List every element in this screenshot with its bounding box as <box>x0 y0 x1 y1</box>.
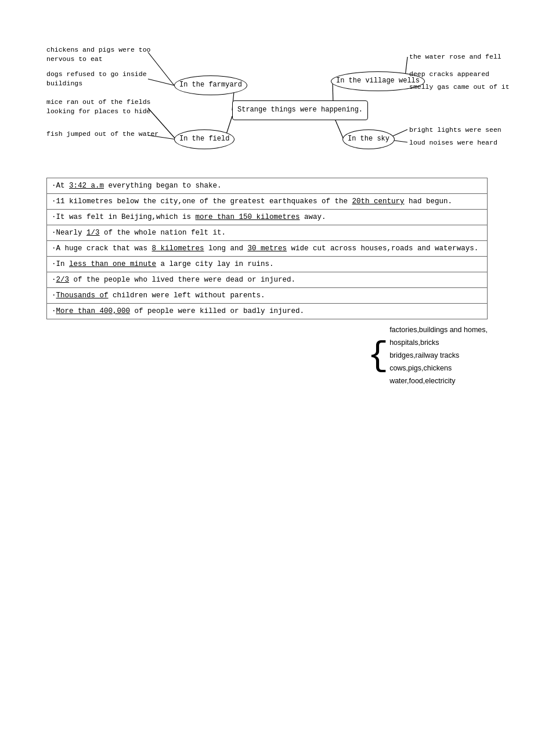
ruins-container: { factories,buildings and homes, hospita… <box>46 324 488 387</box>
node-center: Strange things were happening. <box>232 100 368 120</box>
node-farmyard: In the farmyard <box>174 75 247 95</box>
ruins-item-2: hospitals,bricks <box>389 337 488 350</box>
table-row-1: ·11 kilometres below the city,one of the… <box>47 194 488 210</box>
mm-right-sky-2: loud noises were heard <box>409 138 497 147</box>
left-brace: { <box>367 339 388 373</box>
table-row-2: ·It was felt in Beijing,which is more th… <box>47 210 488 225</box>
mm-left-text-2: dogs refused to go insidebuildings <box>46 70 147 88</box>
mm-left-text-3: mice ran out of the fieldslooking for pl… <box>46 98 150 116</box>
ruins-item-5: water,food,electricity <box>389 375 488 388</box>
table-row-5: ·In less than one minute a large city la… <box>47 257 488 272</box>
mm-left-text-4: fish jumped out of the water <box>46 129 158 139</box>
ruins-item-4: cows,pigs,chickens <box>389 362 488 375</box>
mm-right-sky-1: bright lights were seen <box>409 125 501 135</box>
mm-right-wells-3: smelly gas came out of it <box>409 82 510 92</box>
table-row-0: ·At 3:42 a.m everything began to shake. <box>47 178 488 194</box>
mm-left-text-1: chickens and pigs were toonervous to eat <box>46 45 150 64</box>
mm-right-wells-2: deep cracks appeared <box>409 70 489 79</box>
details-table: ·At 3:42 a.m everything began to shake.·… <box>46 178 488 319</box>
ruins-item-3: bridges,railway tracks <box>389 350 488 362</box>
mm-right-wells-1: the water rose and fell <box>409 52 501 62</box>
table-row-6: ·2/3 of the people who lived there were … <box>47 272 488 288</box>
node-field: In the field <box>174 129 234 149</box>
table-row-4: ·A huge crack that was 8 kilometres long… <box>47 241 488 257</box>
node-sky: In the sky <box>342 129 395 149</box>
ruins-item-1: factories,buildings and homes, <box>389 324 488 337</box>
ruins-list: factories,buildings and homes, hospitals… <box>389 324 488 387</box>
table-row-8: ·More than 400,000 of people were killed… <box>47 304 488 319</box>
mindmap: chickens and pigs were toonervous to eat… <box>46 39 488 173</box>
table-row-7: ·Thousands of children were left without… <box>47 288 488 304</box>
svg-line-0 <box>148 52 174 85</box>
table-row-3: ·Nearly 1/3 of the whole nation felt it. <box>47 225 488 241</box>
